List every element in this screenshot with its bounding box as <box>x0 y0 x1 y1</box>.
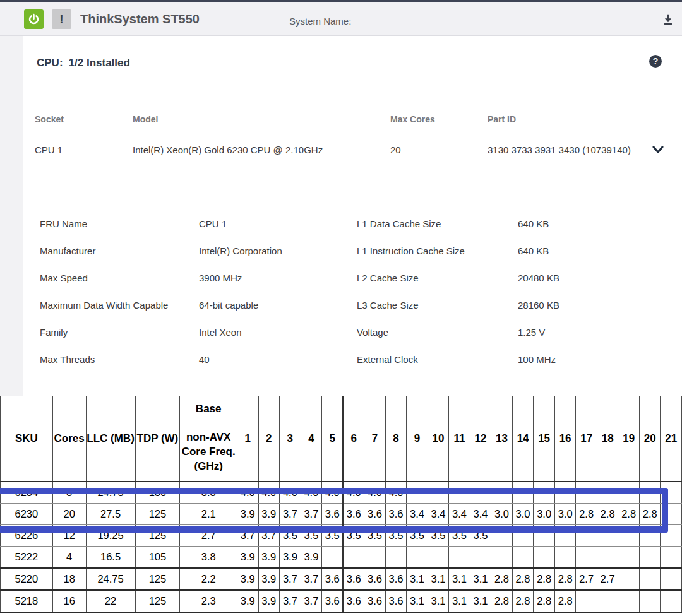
detail-value: 640 KB <box>518 218 667 229</box>
spec-row: 6234824.751303.34.04.04.04.04.04.04.04.0 <box>1 482 682 504</box>
turbo-cell: 2.8 <box>512 568 534 590</box>
power-button[interactable] <box>24 9 44 29</box>
detail-row: ManufacturerIntel(R) CorporationL1 Instr… <box>35 237 667 264</box>
turbo-cell: 4.0 <box>237 482 259 504</box>
turbo-cell: 3.9 <box>237 568 259 590</box>
system-name-label: System Name: <box>289 16 351 27</box>
spec-header-core-count: 20 <box>639 396 661 482</box>
detail-label: Voltage <box>357 327 518 338</box>
spec-cell: 5218 <box>1 590 53 612</box>
detail-row: FamilyIntel XeonVoltage1.25 V <box>35 319 667 346</box>
spec-cell: 2.3 <box>180 590 237 612</box>
detail-label: Family <box>40 327 199 338</box>
power-icon <box>28 13 40 25</box>
detail-value: 100 MHz <box>518 354 667 365</box>
spec-header-core-count: 8 <box>385 396 407 482</box>
column-header-part-id: Part ID <box>488 114 673 124</box>
detail-label: Max Speed <box>40 273 199 283</box>
detail-label: External Clock <box>357 354 518 365</box>
turbo-cell: 3.5 <box>280 525 301 547</box>
spec-header-core-count: 12 <box>470 396 491 482</box>
turbo-cell <box>470 482 491 504</box>
spec-header-base-freq: Basenon-AVXCore Freq.(GHz) <box>180 396 237 482</box>
turbo-cell: 3.5 <box>385 525 407 547</box>
detail-value: 28160 KB <box>518 300 667 311</box>
cpu-model-cell: Intel(R) Xeon(R) Gold 6230 CPU @ 2.10GHz <box>133 145 390 155</box>
turbo-cell <box>597 547 618 569</box>
spec-header-core-count: 15 <box>534 396 555 482</box>
cpu-panel: CPU:1/2 Installed ? Socket Model Max Cor… <box>23 36 682 396</box>
turbo-cell: 3.4 <box>407 504 428 525</box>
turbo-cell: 3.1 <box>407 590 428 612</box>
detail-label: L1 Instruction Cache Size <box>357 246 518 256</box>
detail-value: 640 KB <box>518 246 667 256</box>
turbo-cell: 3.7 <box>301 590 322 612</box>
turbo-cell: 3.9 <box>237 504 259 525</box>
turbo-cell: 3.5 <box>364 525 386 547</box>
turbo-cell <box>576 547 597 569</box>
turbo-cell <box>491 482 513 504</box>
spec-header-cell: LLC (MB) <box>86 396 135 482</box>
turbo-cell <box>661 590 682 612</box>
health-status-badge[interactable]: ! <box>52 9 71 29</box>
turbo-cell: 3.4 <box>449 504 470 525</box>
turbo-cell: 3.6 <box>364 504 386 525</box>
turbo-cell: 4.0 <box>258 482 280 504</box>
turbo-cell <box>534 547 555 569</box>
turbo-cell: 2.8 <box>534 590 555 612</box>
turbo-cell <box>470 547 491 569</box>
detail-row: Max Threads40External Clock100 MHz <box>35 346 667 373</box>
spec-cell: 3.3 <box>180 482 237 504</box>
turbo-cell <box>639 482 661 504</box>
turbo-cell <box>385 547 407 569</box>
cpu-table-row[interactable]: CPU 1 Intel(R) Xeon(R) Gold 6230 CPU @ 2… <box>35 131 673 169</box>
cpu-detail-panel: FRU NameCPU 1L1 Data Cache Size640 KBMan… <box>35 179 667 396</box>
detail-value: 40 <box>199 354 357 365</box>
turbo-cell: 3.5 <box>407 525 428 547</box>
collapse-row-button[interactable] <box>650 142 666 157</box>
spec-cell: 16.5 <box>86 547 135 569</box>
spec-header-cell: SKU <box>1 396 53 482</box>
column-header-socket: Socket <box>35 114 133 124</box>
turbo-cell: 3.9 <box>301 547 322 569</box>
turbo-cell <box>576 482 597 504</box>
spec-cell: 125 <box>135 525 180 547</box>
spec-header-core-count: 18 <box>597 396 618 482</box>
chevron-down-icon <box>650 142 666 157</box>
download-button[interactable] <box>659 11 677 28</box>
turbo-cell: 3.9 <box>258 590 280 612</box>
turbo-cell <box>512 525 534 547</box>
download-icon <box>661 13 675 27</box>
main-region: CPU:1/2 Installed ? Socket Model Max Cor… <box>0 36 682 396</box>
turbo-cell: 3.1 <box>407 568 428 590</box>
detail-row: Max Speed3900 MHzL2 Cache Size20480 KB <box>35 264 667 292</box>
turbo-cell: 3.6 <box>364 590 386 612</box>
turbo-cell <box>618 482 640 504</box>
turbo-cell <box>364 547 386 569</box>
turbo-cell: 3.5 <box>470 525 491 547</box>
spec-header-core-count: 9 <box>407 396 428 482</box>
turbo-cell: 3.6 <box>322 568 344 590</box>
detail-value: 20480 KB <box>518 273 667 283</box>
turbo-cell: 2.8 <box>597 504 618 525</box>
spec-header-core-count: 5 <box>322 396 344 482</box>
exclamation-icon: ! <box>59 13 63 27</box>
app-title: ThinkSystem ST550 <box>80 12 200 27</box>
detail-row: FRU NameCPU 1L1 Data Cache Size640 KB <box>35 210 667 237</box>
turbo-cell: 3.0 <box>512 504 534 525</box>
detail-value: CPU 1 <box>199 218 357 229</box>
spec-row: 52201824.751252.23.93.93.73.73.63.63.63.… <box>1 568 682 590</box>
turbo-cell: 3.6 <box>364 568 386 590</box>
turbo-cell: 3.9 <box>258 568 280 590</box>
turbo-cell: 2.7 <box>576 568 597 590</box>
spec-cell: 125 <box>135 590 180 612</box>
turbo-cell <box>534 525 555 547</box>
help-button[interactable]: ? <box>649 55 662 68</box>
spec-cell: 125 <box>135 504 180 525</box>
spec-cell: 6230 <box>1 504 53 525</box>
turbo-cell <box>661 525 682 547</box>
turbo-cell <box>343 547 364 569</box>
cpu-sku-spec-table: SKUCoresLLC (MB)TDP (W)Basenon-AVXCore F… <box>0 396 682 616</box>
spec-cell: 16 <box>52 590 86 612</box>
turbo-cell <box>554 525 576 547</box>
